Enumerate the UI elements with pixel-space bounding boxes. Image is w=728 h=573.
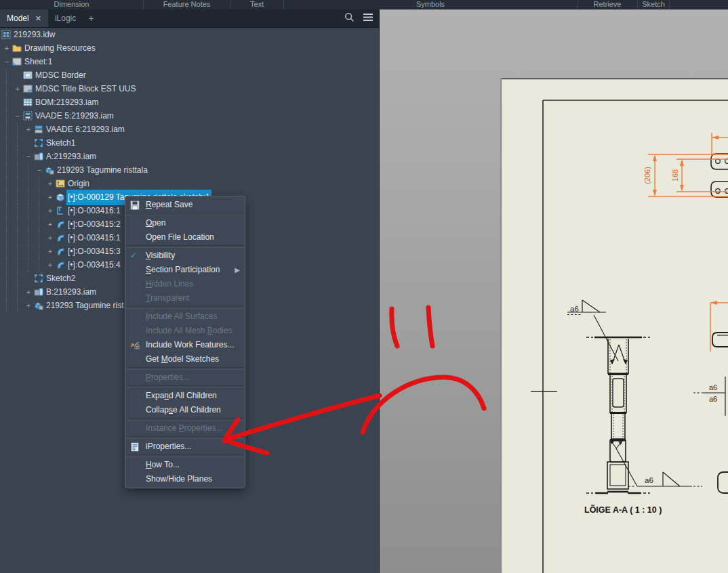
tree-expander[interactable]: + [45, 217, 56, 231]
tree-item[interactable]: −Sheet:1 [0, 55, 379, 68]
weld-label-top: a6 [570, 305, 579, 313]
sketch-icon [34, 274, 45, 283]
drawing-canvas[interactable]: a6 a6 a6 a6 [380, 9, 728, 573]
tree-item[interactable]: +Drawing Resources [0, 41, 379, 55]
tree-item-label: B:219293.iam [45, 285, 96, 299]
tree-guide-line [6, 258, 7, 272]
tab-ilogic[interactable]: iLogic [48, 9, 83, 27]
ribbon-panel-text[interactable]: Text [230, 0, 284, 9]
menu-item-iproperties[interactable]: iProperties... [125, 440, 245, 454]
tree-item-label: [•]:O-003416:1 [66, 204, 121, 217]
tree-guide-line [6, 204, 7, 217]
menu-item-hidden-lines: Hidden Lines [125, 277, 245, 291]
tree-expander[interactable]: − [23, 150, 34, 163]
menu-item-repeat-save[interactable]: Repeat Save [125, 198, 245, 212]
tree-expander[interactable]: − [1, 55, 12, 68]
dim-overall-label: (206) [643, 167, 651, 184]
tree-expander[interactable]: + [23, 285, 34, 299]
search-icon[interactable] [344, 12, 355, 25]
tree-expander[interactable]: + [45, 231, 56, 245]
tree-expander[interactable]: + [23, 123, 34, 136]
tree-guide-line [6, 285, 7, 299]
tree-guide-line [39, 258, 39, 272]
tree-expander[interactable]: + [45, 190, 56, 204]
menu-item-expand-all-children[interactable]: Expand All Children [125, 389, 245, 403]
border-icon [23, 70, 34, 80]
tree-item-label: Origin [66, 177, 89, 190]
tree-expander[interactable]: + [45, 258, 56, 272]
menu-item-open-file-location[interactable]: Open File Location [125, 230, 245, 245]
tree-guide-line [28, 217, 28, 231]
menu-item-include-work-features[interactable]: Include Work Features... [125, 338, 245, 352]
tree-expander[interactable]: + [1, 41, 12, 55]
tree-guide-line [17, 217, 18, 231]
tree-item[interactable]: MDSC Border [0, 68, 379, 82]
tree-expander[interactable]: + [12, 82, 23, 96]
tree-item[interactable]: BOM:219293.iam [0, 96, 379, 109]
bent-part-icon [56, 247, 66, 256]
save-icon [129, 199, 141, 211]
tree-item[interactable]: +MDSC Title Block EST UUS [0, 82, 379, 96]
tree-item-label: A:219293.iam [45, 150, 96, 163]
menu-item-transparent: Transparent [125, 291, 245, 305]
ribbon-panel-sketch[interactable]: Sketch [638, 0, 670, 9]
tree-expander[interactable]: − [12, 109, 23, 123]
tree-guide-line [6, 123, 7, 136]
menu-item-section-participation[interactable]: Section Participation▶ [125, 263, 245, 277]
menu-item-label: Repeat Save [146, 200, 193, 209]
menu-item-instance-properties: Instance Properties... [125, 421, 245, 436]
tree-item[interactable]: −VAADE 5:219293.iam [0, 109, 379, 123]
tree-item-label: [•]:O-003415:2 [66, 217, 121, 231]
tab-model-label: Model [7, 14, 29, 23]
ribbon-panel-symbols[interactable]: Symbols [284, 0, 578, 9]
ribbon-panel-dimension[interactable]: Dimension [0, 0, 144, 9]
browser-tab-bar: Model ✕ iLogic + [0, 9, 379, 28]
tree-guide-line [6, 245, 7, 258]
menu-icon[interactable] [363, 12, 373, 24]
tree-guide-line [17, 136, 18, 150]
tree-guide-line [6, 150, 7, 163]
close-icon[interactable]: ✕ [35, 14, 41, 23]
tab-model[interactable]: Model ✕ [0, 9, 48, 27]
menu-item-open[interactable]: Open [125, 216, 245, 230]
tree-item[interactable]: 219293.idw [0, 28, 379, 41]
drawing-sheet: a6 a6 a6 a6 [380, 9, 728, 573]
beam-icon [56, 206, 66, 215]
ribbon-panel-retrieve[interactable]: Retrieve [578, 0, 638, 9]
menu-item-label: Include Work Features... [146, 340, 235, 349]
tree-guide-line [6, 109, 7, 123]
menu-item-label: Section Participation [146, 265, 220, 274]
tree-item[interactable]: −219293 Tagumine risttala [0, 163, 379, 177]
bent-part-icon [56, 260, 66, 270]
tree-guide-line [6, 231, 7, 245]
tree-expander[interactable]: + [45, 177, 56, 190]
menu-item-collapse-all-children[interactable]: Collapse All Children [125, 403, 245, 417]
tree-expander[interactable]: − [34, 163, 45, 177]
tree-item[interactable]: Sketch1 [0, 136, 379, 150]
tree-guide-line [6, 163, 7, 177]
ribbon-panel-feature-notes[interactable]: Feature Notes [144, 0, 230, 9]
checkmark-icon: ✓ [130, 249, 137, 263]
tree-item-label: MDSC Title Block EST UUS [34, 82, 136, 96]
tree-item-label: [•]:O-003415:3 [66, 245, 121, 258]
tree-guide-line [28, 258, 28, 272]
menu-item-label: Include All Mesh Bodies [146, 326, 232, 335]
menu-item-label: Open [146, 218, 165, 228]
tree-item[interactable]: −A:219293.iam [0, 150, 379, 163]
weld-stack-top-label: a6 [709, 383, 717, 391]
tree-item-label: Sketch1 [45, 136, 75, 150]
tree-item-label: 219293 Tagumine risttala [56, 163, 148, 177]
add-tab-button[interactable]: + [83, 9, 99, 27]
tree-expander[interactable]: + [45, 204, 56, 217]
tree-guide-line [28, 177, 28, 190]
tree-expander[interactable]: + [23, 299, 34, 312]
menu-item-how-to[interactable]: How To... [125, 458, 245, 472]
menu-item-show-hide-planes[interactable]: Show/Hide Planes [125, 472, 245, 486]
menu-item-get-model-sketches[interactable]: Get Model Sketches [125, 352, 245, 366]
tree-item[interactable]: +Origin [0, 177, 379, 190]
tree-expander[interactable]: + [45, 245, 56, 258]
menu-item-visibility[interactable]: ✓Visibility [125, 249, 245, 263]
tree-item[interactable]: +VAADE 6:219293.iam [0, 123, 379, 136]
menu-item-properties: Properties... [125, 370, 245, 385]
tree-guide-line [6, 68, 7, 82]
